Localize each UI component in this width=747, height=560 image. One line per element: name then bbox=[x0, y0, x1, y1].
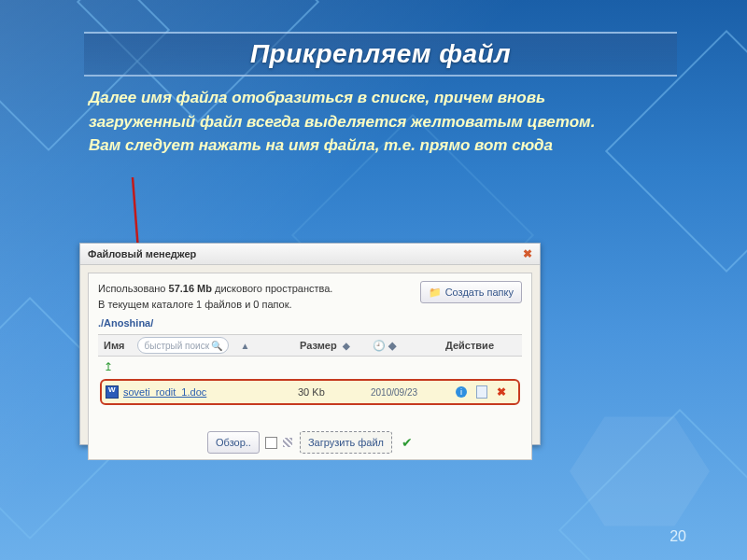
slide: Прикрепляем файл Далее имя файла отобраз… bbox=[0, 0, 747, 560]
table-header: Имя быстрый поиск 🔍 ▲ Размер◆ 🕘 ◆ Действ… bbox=[98, 334, 522, 357]
breadcrumb-path[interactable]: ./Anoshina/ bbox=[98, 317, 522, 329]
date-sort-icon[interactable]: 🕘 ◆ bbox=[373, 340, 396, 351]
word-doc-icon bbox=[106, 385, 119, 399]
sort-icon[interactable]: ◆ bbox=[343, 341, 350, 351]
close-icon[interactable]: ✖ bbox=[523, 247, 532, 260]
window-titlebar: Файловый менеджер ✖ bbox=[80, 244, 540, 265]
folder-plus-icon: 📁 bbox=[429, 287, 442, 299]
file-manager-panel: Использовано 57.16 Mb дискового простран… bbox=[88, 273, 532, 460]
quick-search-input[interactable]: быстрый поиск 🔍 bbox=[137, 337, 229, 354]
window-title: Файловый менеджер bbox=[88, 248, 196, 259]
page-title: Прикрепляем файл bbox=[250, 39, 511, 69]
catalog-count: В текущем каталоге 1 файлов и 0 папок. bbox=[98, 299, 292, 310]
upload-file-button[interactable]: Загрузить файл bbox=[300, 431, 392, 454]
create-folder-button[interactable]: 📁 Создать папку bbox=[420, 281, 522, 303]
col-name-header[interactable]: Имя bbox=[104, 340, 124, 351]
up-directory-row[interactable]: ↥ bbox=[98, 357, 522, 377]
col-action-header: Действие bbox=[445, 340, 522, 351]
delete-icon[interactable]: ✖ bbox=[497, 385, 506, 399]
file-size: 30 Kb bbox=[298, 386, 371, 398]
checkbox[interactable] bbox=[265, 437, 277, 449]
storage-used: 57.16 Mb bbox=[169, 283, 212, 294]
browse-button[interactable]: Обзор.. bbox=[207, 431, 260, 454]
storage-info: Использовано 57.16 Mb дискового простран… bbox=[98, 281, 332, 312]
page-number: 20 bbox=[669, 528, 686, 545]
file-row-highlighted[interactable]: soveti_rodit_1.doc 30 Kb 2010/09/23 i ✖ bbox=[100, 379, 520, 405]
upload-footer: Обзор.. Загрузить файл ✔ bbox=[98, 431, 522, 454]
sort-asc-icon[interactable]: ▲ bbox=[240, 341, 249, 351]
file-manager-window: Файловый менеджер ✖ Использовано 57.16 M… bbox=[79, 243, 541, 445]
pattern-icon bbox=[283, 438, 292, 447]
confirm-check-icon[interactable]: ✔ bbox=[402, 435, 413, 450]
search-icon: 🔍 bbox=[211, 341, 222, 351]
col-size-header[interactable]: Размер bbox=[300, 340, 337, 351]
file-name-link[interactable]: soveti_rodit_1.doc bbox=[123, 386, 206, 398]
edit-icon[interactable] bbox=[476, 385, 487, 399]
info-icon[interactable]: i bbox=[456, 386, 467, 398]
description-text: Далее имя файла отобразиться в списке, п… bbox=[89, 86, 621, 158]
up-arrow-icon: ↥ bbox=[104, 360, 113, 373]
title-banner: Прикрепляем файл bbox=[84, 32, 677, 77]
file-date: 2010/09/23 bbox=[371, 387, 444, 398]
